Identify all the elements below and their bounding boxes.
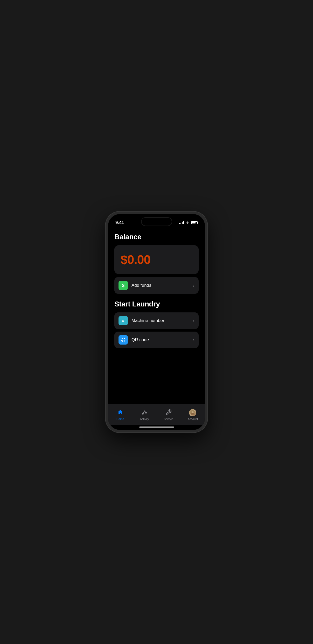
- signal-bar-2: [180, 223, 181, 224]
- qr-icon-wrapper: [119, 335, 128, 345]
- svg-line-17: [144, 411, 146, 412]
- qr-code-button[interactable]: QR code ›: [114, 332, 199, 348]
- home-nav-label: Home: [116, 417, 124, 421]
- add-funds-chevron-icon: ›: [193, 283, 194, 288]
- activity-nav-label: Activity: [140, 417, 149, 421]
- balance-title: Balance: [114, 233, 199, 241]
- qr-code-icon: [121, 337, 126, 342]
- svg-rect-9: [124, 340, 124, 341]
- svg-rect-10: [124, 340, 125, 341]
- account-nav-label: Account: [188, 417, 198, 421]
- service-nav-label: Service: [164, 417, 173, 421]
- wifi-icon: [185, 221, 190, 225]
- dollar-icon: $: [122, 283, 124, 288]
- qr-code-chevron-icon: ›: [193, 337, 194, 343]
- balance-card: $0.00: [114, 245, 199, 274]
- laundry-title: Start Laundry: [114, 300, 199, 308]
- svg-rect-12: [125, 341, 125, 342]
- phone-frame: 9:41 Balance: [106, 212, 207, 432]
- nav-activity[interactable]: Activity: [132, 409, 156, 421]
- signal-bar-1: [179, 223, 180, 224]
- dynamic-island: [141, 217, 172, 226]
- svg-rect-5: [124, 338, 125, 339]
- status-time: 9:41: [115, 220, 124, 225]
- laundry-section: Start Laundry # Machine number ›: [114, 300, 199, 348]
- qr-code-label: QR code: [131, 337, 149, 342]
- svg-rect-8: [122, 341, 122, 341]
- dollar-icon-wrapper: $: [119, 281, 128, 290]
- nav-home[interactable]: Home: [108, 409, 132, 421]
- svg-point-19: [192, 411, 194, 413]
- user-avatar: [189, 409, 196, 416]
- service-icon: [165, 409, 172, 416]
- home-indicator: [139, 426, 174, 428]
- battery-fill: [192, 222, 196, 223]
- svg-line-16: [143, 411, 144, 413]
- signal-bars-icon: [179, 221, 184, 224]
- machine-number-chevron-icon: ›: [193, 318, 194, 324]
- hash-icon: #: [122, 318, 124, 324]
- status-icons: [179, 221, 198, 225]
- svg-rect-11: [124, 341, 124, 342]
- machine-number-left: # Machine number: [119, 316, 164, 325]
- home-icon: [117, 409, 123, 416]
- main-content: Balance $0.00 $ Add funds › Start Laundr…: [108, 228, 205, 404]
- svg-rect-2: [122, 338, 122, 339]
- hash-icon-wrapper: #: [119, 316, 128, 325]
- machine-number-button[interactable]: # Machine number ›: [114, 312, 199, 329]
- bottom-nav: Home Activity: [108, 404, 205, 425]
- nav-service[interactable]: Service: [157, 409, 181, 421]
- activity-icon: [141, 409, 148, 416]
- nav-account[interactable]: Account: [181, 409, 205, 421]
- signal-bar-3: [182, 222, 183, 224]
- qr-code-left: QR code: [119, 335, 149, 345]
- battery-icon: [191, 221, 198, 224]
- add-funds-left: $ Add funds: [119, 281, 151, 290]
- phone-inner: 9:41 Balance: [108, 214, 205, 430]
- signal-bar-4: [183, 221, 184, 224]
- machine-number-label: Machine number: [131, 318, 164, 323]
- balance-amount: $0.00: [121, 253, 150, 267]
- account-avatar: [189, 409, 196, 416]
- add-funds-label: Add funds: [131, 283, 151, 288]
- add-funds-button[interactable]: $ Add funds ›: [114, 277, 199, 294]
